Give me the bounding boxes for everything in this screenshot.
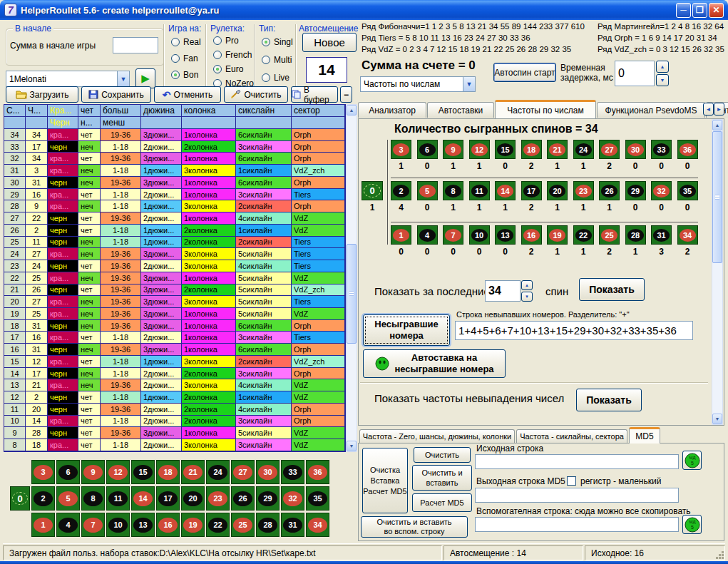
table-cell[interactable]: 5сиклайн	[236, 296, 292, 308]
collapse-button[interactable]: −	[340, 86, 352, 103]
md5-clear-button[interactable]: Очистить	[414, 447, 471, 463]
table-cell[interactable]: кра...	[48, 200, 78, 212]
table-cell[interactable]: 1колонка	[182, 308, 236, 320]
minimize-button[interactable]: ─	[676, 3, 691, 18]
tab-next-icon[interactable]: ►	[714, 103, 724, 116]
table-cell[interactable]: неч	[78, 272, 101, 284]
table-cell[interactable]: 3сиклайн	[236, 332, 292, 344]
table-cell[interactable]: 1колонка	[182, 272, 236, 284]
column-header[interactable]: С...	[4, 105, 26, 117]
board-cell-4[interactable]: 4	[56, 513, 80, 537]
table-cell[interactable]: неч	[78, 308, 101, 320]
column-header[interactable]: Черн	[48, 117, 78, 129]
table-cell[interactable]: 1дюжи...	[141, 237, 182, 249]
table-cell[interactable]: 1колонка	[182, 129, 236, 141]
copy-to-clipboard-button[interactable]: В буфер	[291, 86, 338, 103]
table-cell[interactable]: 6сиклайн	[236, 153, 292, 165]
table-row[interactable]: 2126чернчет19-363дюжи...2колонка5сиклайн…	[4, 284, 345, 297]
table-cell[interactable]: Tiers	[292, 189, 345, 201]
table-cell[interactable]: 2сиклайн	[236, 356, 292, 368]
table-cell[interactable]: 1колонка	[182, 212, 236, 225]
board-cell-14[interactable]: 14	[131, 486, 155, 511]
delay-field[interactable]: 0	[615, 61, 655, 86]
table-cell[interactable]: чет	[78, 225, 101, 237]
table-cell[interactable]: 2дюжи...	[141, 379, 182, 391]
board-cell-24[interactable]: 24	[206, 460, 230, 484]
table-cell[interactable]: черн	[48, 225, 78, 237]
column-header[interactable]: чет	[78, 105, 101, 117]
table-cell[interactable]: кра...	[48, 439, 78, 451]
table-cell[interactable]: 31	[4, 165, 26, 177]
column-header[interactable]	[236, 117, 292, 129]
radio-euro[interactable]: Euro	[213, 64, 243, 74]
board-cell-11[interactable]: 11	[106, 486, 130, 511]
board-cell-23[interactable]: 23	[206, 486, 230, 511]
table-cell[interactable]: черн	[48, 284, 78, 297]
board-cell-16[interactable]: 16	[156, 513, 180, 537]
table-cell[interactable]: 31	[26, 344, 48, 356]
board-cell-32[interactable]: 32	[281, 486, 304, 511]
table-cell[interactable]: 1-18	[101, 165, 141, 177]
table-cell[interactable]: 26	[4, 225, 26, 237]
radio-fan[interactable]: Fan	[171, 53, 198, 63]
tab-funkcional-psevdoms[interactable]: Функционал PsevdoMS	[597, 102, 705, 118]
tab-freq-sixlines-sectors[interactable]: Частота - сиклайны, сектора	[516, 429, 627, 443]
table-cell[interactable]: неч	[78, 200, 101, 212]
table-cell[interactable]: 24	[26, 260, 48, 272]
table-cell[interactable]: 3дюжи...	[141, 427, 182, 439]
maximize-button[interactable]: ❐	[692, 3, 707, 18]
table-cell[interactable]: неч	[78, 237, 101, 249]
table-cell[interactable]: 2дюжи...	[141, 416, 182, 428]
table-cell[interactable]: 19-36	[101, 308, 141, 320]
md5-calc-button[interactable]: Расчет MD5	[412, 493, 472, 512]
show-missing-freq-button[interactable]: Показать	[576, 389, 642, 411]
table-cell[interactable]: неч	[78, 141, 101, 153]
md5-clear-and-paste-button[interactable]: Очистить ивставить	[412, 465, 472, 491]
board-cell-12[interactable]: 12	[106, 460, 130, 484]
table-cell[interactable]: Orph	[292, 153, 345, 165]
table-cell[interactable]: 27	[26, 248, 48, 260]
spin-down-icon[interactable]: ▼	[521, 292, 533, 302]
table-cell[interactable]: 11	[26, 237, 48, 249]
table-cell[interactable]: 14	[4, 368, 26, 380]
table-cell[interactable]: 1колонка	[182, 332, 236, 344]
table-cell[interactable]: 21	[4, 284, 26, 297]
table-cell[interactable]: VdZ	[292, 379, 345, 391]
table-cell[interactable]: 1-18	[101, 391, 141, 404]
table-row[interactable]: 1831черннеч19-363дюжи...1колонка6сиклайн…	[4, 320, 345, 332]
table-cell[interactable]: кра...	[48, 129, 78, 141]
table-cell[interactable]: 3колонка	[182, 356, 236, 368]
table-cell[interactable]: 1-18	[101, 200, 141, 212]
md5-clear-paste-aux-button[interactable]: Очистить и вставитьво вспом. строку	[361, 516, 468, 538]
table-cell[interactable]: 3колонка	[182, 439, 236, 451]
board-cell-19[interactable]: 19	[181, 513, 205, 537]
table-cell[interactable]: кра...	[48, 189, 78, 201]
table-cell[interactable]: Tiers	[292, 332, 345, 344]
table-cell[interactable]: 3дюжи...	[141, 153, 182, 165]
board-cell-7[interactable]: 7	[81, 513, 105, 537]
board-cell-30[interactable]: 30	[256, 460, 280, 484]
table-cell[interactable]: черн	[48, 427, 78, 439]
radio-live[interactable]: Live	[262, 73, 289, 83]
table-cell[interactable]: 19-36	[101, 284, 141, 297]
clear-button[interactable]: Очистить	[224, 86, 288, 103]
md5-run-button[interactable]: МД5	[682, 451, 702, 470]
md5-run-aux-button[interactable]: МД5	[682, 515, 702, 534]
board-cell-28[interactable]: 28	[256, 513, 280, 537]
table-cell[interactable]: 19-36	[101, 296, 141, 308]
table-cell[interactable]: 11	[4, 404, 26, 416]
table-cell[interactable]: VdZ	[292, 391, 345, 404]
play-button[interactable]: ▶	[135, 68, 155, 88]
table-cell[interactable]: 2колонка	[182, 237, 236, 249]
table-cell[interactable]: чет	[78, 153, 101, 165]
table-row[interactable]: 122чернчет1-181дюжи...2колонка1сиклайнVd…	[4, 391, 345, 404]
table-cell[interactable]: 1дюжи...	[141, 391, 182, 404]
table-cell[interactable]: 3дюжи...	[141, 177, 182, 189]
table-cell[interactable]: черн	[48, 260, 78, 272]
column-header[interactable]: н...	[78, 117, 101, 129]
table-cell[interactable]: 33	[4, 141, 26, 153]
table-cell[interactable]: Orph	[292, 129, 345, 141]
radio-bon[interactable]: Bon	[171, 70, 198, 80]
table-cell[interactable]: 19-36	[101, 427, 141, 439]
md5-out-field[interactable]	[475, 488, 679, 503]
